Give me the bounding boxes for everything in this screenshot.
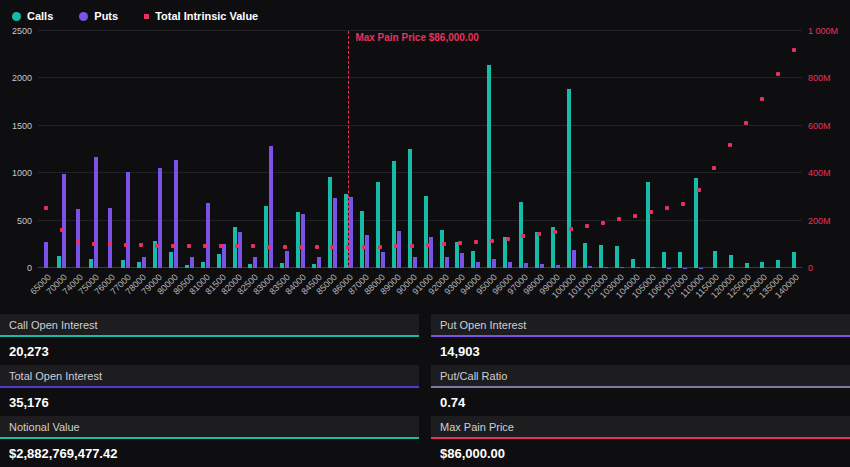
calls-bar[interactable] — [631, 259, 635, 268]
bar-group-65000[interactable] — [38, 31, 54, 268]
intrinsic-value-point[interactable] — [60, 228, 64, 232]
intrinsic-value-point[interactable] — [553, 230, 557, 234]
puts-bar[interactable] — [572, 250, 576, 268]
intrinsic-value-point[interactable] — [124, 243, 128, 247]
legend-puts[interactable]: Puts — [79, 10, 118, 22]
calls-bar[interactable] — [248, 264, 252, 268]
bar-group-83000[interactable] — [261, 31, 277, 268]
puts-bar[interactable] — [524, 263, 528, 268]
calls-bar[interactable] — [360, 211, 364, 268]
intrinsic-value-point[interactable] — [283, 245, 287, 249]
calls-bar[interactable] — [713, 251, 717, 268]
calls-bar[interactable] — [792, 252, 796, 268]
intrinsic-value-point[interactable] — [474, 240, 478, 244]
intrinsic-value-point[interactable] — [728, 143, 732, 147]
intrinsic-value-point[interactable] — [506, 237, 510, 241]
puts-bar[interactable] — [429, 237, 433, 268]
calls-bar[interactable] — [89, 259, 93, 268]
intrinsic-value-point[interactable] — [44, 206, 48, 210]
bar-group-84500[interactable] — [309, 31, 325, 268]
puts-bar[interactable] — [588, 266, 592, 268]
bar-group-82500[interactable] — [245, 31, 261, 268]
intrinsic-value-point[interactable] — [585, 224, 589, 228]
puts-bar[interactable] — [413, 257, 417, 268]
bar-group-101000[interactable] — [579, 31, 595, 268]
bar-group-120000[interactable] — [723, 31, 739, 268]
puts-bar[interactable] — [253, 257, 257, 268]
calls-bar[interactable] — [376, 182, 380, 268]
legend-calls[interactable]: Calls — [12, 10, 53, 22]
calls-bar[interactable] — [408, 149, 412, 268]
puts-bar[interactable] — [317, 257, 321, 268]
puts-bar[interactable] — [476, 262, 480, 268]
intrinsic-value-point[interactable] — [362, 245, 366, 249]
puts-bar[interactable] — [142, 257, 146, 268]
puts-bar[interactable] — [94, 157, 98, 268]
bar-group-125000[interactable] — [739, 31, 755, 268]
intrinsic-value-point[interactable] — [76, 240, 80, 244]
intrinsic-value-point[interactable] — [410, 244, 414, 248]
intrinsic-value-point[interactable] — [108, 242, 112, 246]
intrinsic-value-point[interactable] — [155, 244, 159, 248]
calls-bar[interactable] — [662, 252, 666, 268]
calls-bar[interactable] — [729, 255, 733, 268]
bar-group-76000[interactable] — [102, 31, 118, 268]
bar-group-135000[interactable] — [770, 31, 786, 268]
calls-bar[interactable] — [599, 245, 603, 268]
bar-group-102000[interactable] — [595, 31, 611, 268]
calls-bar[interactable] — [760, 262, 764, 268]
intrinsic-value-point[interactable] — [235, 244, 239, 248]
bar-group-103000[interactable] — [611, 31, 627, 268]
calls-bar[interactable] — [264, 206, 268, 268]
puts-bar[interactable] — [174, 160, 178, 268]
intrinsic-value-point[interactable] — [426, 243, 430, 247]
calls-bar[interactable] — [455, 242, 459, 268]
calls-bar[interactable] — [583, 243, 587, 268]
bar-group-104000[interactable] — [627, 31, 643, 268]
intrinsic-value-point[interactable] — [744, 121, 748, 125]
intrinsic-value-point[interactable] — [665, 206, 669, 210]
puts-bar[interactable] — [76, 209, 80, 268]
puts-bar[interactable] — [349, 197, 353, 268]
intrinsic-value-point[interactable] — [792, 48, 796, 52]
intrinsic-value-point[interactable] — [458, 241, 462, 245]
puts-bar[interactable] — [238, 232, 242, 268]
bar-group-83500[interactable] — [277, 31, 293, 268]
puts-bar[interactable] — [556, 265, 560, 268]
intrinsic-value-point[interactable] — [394, 244, 398, 248]
calls-bar[interactable] — [678, 252, 682, 268]
bar-group-106000[interactable] — [659, 31, 675, 268]
calls-bar[interactable] — [137, 262, 141, 268]
bar-group-81000[interactable] — [197, 31, 213, 268]
intrinsic-value-point[interactable] — [187, 244, 191, 248]
calls-bar[interactable] — [312, 264, 316, 268]
calls-bar[interactable] — [424, 196, 428, 268]
intrinsic-value-point[interactable] — [267, 245, 271, 249]
puts-bar[interactable] — [381, 252, 385, 268]
calls-bar[interactable] — [201, 262, 205, 268]
calls-bar[interactable] — [567, 89, 571, 268]
puts-bar[interactable] — [620, 267, 624, 268]
calls-bar[interactable] — [280, 263, 284, 268]
bar-group-78000[interactable] — [134, 31, 150, 268]
bar-group-82000[interactable] — [229, 31, 245, 268]
calls-bar[interactable] — [776, 260, 780, 268]
bar-group-81500[interactable] — [213, 31, 229, 268]
intrinsic-value-point[interactable] — [569, 227, 573, 231]
intrinsic-value-point[interactable] — [697, 188, 701, 192]
bar-group-85000[interactable] — [325, 31, 341, 268]
puts-bar[interactable] — [108, 208, 112, 268]
bar-group-80000[interactable] — [165, 31, 181, 268]
calls-bar[interactable] — [440, 230, 444, 268]
intrinsic-value-point[interactable] — [330, 245, 334, 249]
intrinsic-value-point[interactable] — [219, 244, 223, 248]
intrinsic-value-point[interactable] — [617, 217, 621, 221]
bar-group-90000[interactable] — [404, 31, 420, 268]
intrinsic-value-point[interactable] — [760, 97, 764, 101]
calls-bar[interactable] — [615, 246, 619, 268]
intrinsic-value-point[interactable] — [601, 221, 605, 225]
intrinsic-value-point[interactable] — [649, 210, 653, 214]
puts-bar[interactable] — [126, 172, 130, 268]
calls-bar[interactable] — [57, 256, 61, 268]
bar-group-88000[interactable] — [372, 31, 388, 268]
